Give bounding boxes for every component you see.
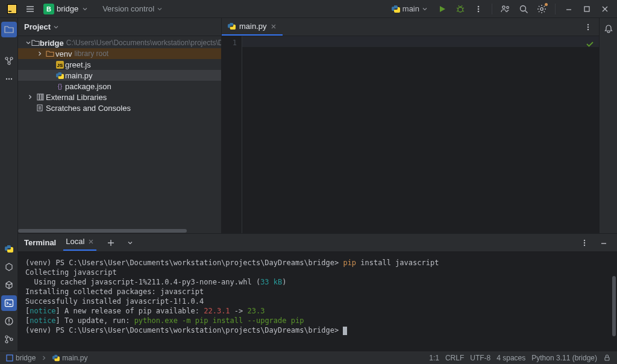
terminal-line: Successfully installed javascript-1!1.0.…: [25, 297, 610, 306]
scratches-icon: [35, 104, 46, 112]
debug-button[interactable]: [453, 2, 468, 16]
module-icon: [6, 354, 13, 362]
svg-point-9: [521, 5, 526, 11]
more-actions-button[interactable]: [471, 2, 486, 16]
folder-icon: [31, 39, 40, 47]
kebab-icon: [580, 239, 589, 247]
line-number: 1: [222, 39, 237, 47]
tree-file-main[interactable]: main.py: [18, 70, 221, 81]
editor-body[interactable]: 1: [222, 36, 599, 233]
caret-position[interactable]: 1:1: [429, 354, 439, 362]
svg-text:{}: {}: [57, 83, 62, 90]
python-icon: [392, 5, 400, 13]
python-packages-tool-button[interactable]: [1, 277, 17, 293]
tree-venv[interactable]: venv library root: [18, 48, 221, 59]
run-config-selector[interactable]: main: [388, 3, 431, 14]
plus-icon: [107, 239, 115, 247]
tree-external-libs[interactable]: External Libraries: [18, 92, 221, 102]
svg-point-31: [587, 24, 589, 25]
services-tool-button[interactable]: [1, 259, 17, 275]
terminal-tool-button[interactable]: [1, 295, 17, 311]
svg-rect-38: [605, 357, 609, 360]
tree-scratches[interactable]: Scratches and Consoles: [18, 102, 221, 113]
read-only-toggle[interactable]: [603, 354, 611, 362]
hide-terminal-button[interactable]: [597, 236, 611, 250]
tree-file-label: main.py: [65, 71, 93, 80]
maximize-window-button[interactable]: [580, 2, 594, 16]
breadcrumb-file[interactable]: main.py: [52, 354, 87, 362]
tree-file-package[interactable]: {} package.json: [18, 81, 221, 92]
project-panel-header[interactable]: Project: [18, 18, 221, 36]
hamburger-icon: [25, 4, 35, 14]
chevron-right-icon: [42, 356, 46, 360]
vcs-widget[interactable]: Version control: [94, 2, 166, 16]
expand-toggle[interactable]: [35, 51, 45, 57]
problems-tool-button[interactable]: [1, 313, 17, 329]
terminal-header: Terminal Local: [18, 234, 617, 252]
close-icon[interactable]: [271, 24, 277, 30]
tree-horizontal-scrollbar[interactable]: [18, 228, 221, 233]
interpreter-selector[interactable]: Python 3.11 (bridge): [531, 354, 597, 362]
svg-point-20: [8, 323, 10, 324]
search-everywhere-button[interactable]: [516, 2, 531, 16]
tree-file-greet[interactable]: JS greet.js: [18, 59, 221, 70]
structure-tool-button[interactable]: [1, 53, 17, 69]
more-tools-button[interactable]: [1, 71, 17, 87]
svg-point-13: [10, 57, 13, 60]
svg-point-10: [540, 7, 543, 10]
close-window-button[interactable]: [598, 2, 612, 16]
svg-text:JS: JS: [57, 63, 63, 68]
inspection-indicator[interactable]: [586, 40, 594, 48]
terminal-panel: Terminal Local (venv) PS C:\Users\User\D…: [18, 233, 617, 351]
svg-rect-1: [8, 5, 16, 13]
svg-point-21: [5, 336, 8, 338]
terminal-line: [notice] A new release of pip available:…: [25, 306, 610, 316]
indent-label: 4 spaces: [496, 354, 525, 362]
new-terminal-button[interactable]: [104, 236, 118, 250]
svg-point-35: [584, 242, 585, 243]
indent-settings[interactable]: 4 spaces: [496, 354, 525, 362]
python-file-icon: [54, 72, 65, 80]
minimize-window-button[interactable]: [562, 2, 576, 16]
close-icon[interactable]: [88, 239, 94, 245]
settings-badge: [545, 3, 548, 6]
code-area[interactable]: [242, 36, 599, 233]
main-menu-button[interactable]: [23, 2, 37, 16]
python-console-icon: [4, 244, 14, 254]
terminal-body[interactable]: (venv) PS C:\Users\User\Documents\workst…: [18, 252, 617, 351]
run-button[interactable]: [435, 2, 449, 16]
svg-rect-37: [7, 355, 13, 361]
expand-toggle[interactable]: [25, 94, 35, 100]
tree-root[interactable]: bridge C:\Users\User\Documents\workstati…: [18, 37, 221, 48]
scrollbar-thumb[interactable]: [18, 229, 187, 233]
project-switcher[interactable]: B bridge: [41, 2, 90, 16]
notifications-button[interactable]: [601, 22, 616, 36]
expand-toggle[interactable]: [25, 40, 31, 46]
folder-icon: [4, 25, 14, 34]
terminal-scrollbar[interactable]: [612, 276, 616, 336]
editor-tabs-more-button[interactable]: [581, 20, 595, 34]
terminal-options-button[interactable]: [577, 236, 592, 250]
svg-rect-2: [8, 11, 11, 12]
settings-button[interactable]: [534, 2, 549, 16]
app-logo[interactable]: [5, 2, 19, 16]
separator: [555, 4, 556, 14]
code-with-me-button[interactable]: [498, 2, 513, 16]
breadcrumb-container[interactable]: bridge: [6, 354, 36, 362]
terminal-tab-local[interactable]: Local: [63, 234, 96, 251]
line-separator[interactable]: CRLF: [445, 354, 464, 362]
project-panel: Project bridge C:\Users\User\Documents\w…: [18, 18, 222, 233]
vcs-tool-button[interactable]: [1, 331, 17, 347]
svg-rect-11: [584, 7, 589, 11]
project-tree[interactable]: bridge C:\Users\User\Documents\workstati…: [18, 36, 221, 228]
chevron-down-icon: [422, 6, 428, 12]
svg-point-22: [5, 340, 8, 343]
terminal-dropdown-button[interactable]: [123, 236, 137, 250]
minimize-icon: [565, 5, 573, 13]
terminal-cursor: [343, 327, 347, 335]
python-console-tool-button[interactable]: [1, 241, 17, 257]
file-encoding[interactable]: UTF-8: [470, 354, 490, 362]
editor-tab-main[interactable]: main.py: [222, 18, 283, 36]
project-tool-button[interactable]: [1, 22, 17, 37]
tree-venv-sub: library root: [74, 49, 108, 58]
